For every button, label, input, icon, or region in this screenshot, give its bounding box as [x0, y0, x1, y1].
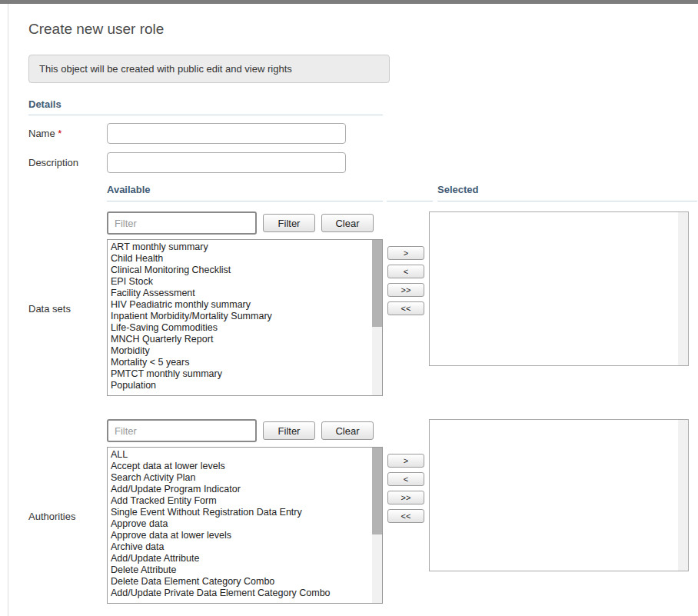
list-item[interactable]: Inpatient Morbidity/Mortality Summary	[111, 311, 371, 322]
list-item[interactable]: Delete Data Element Category Combo	[111, 576, 371, 588]
scrollbar-thumb[interactable]	[372, 240, 382, 327]
authorities-available-list[interactable]: ALLAccept data at lower levelsSearch Act…	[107, 447, 383, 604]
required-asterisk: *	[58, 128, 61, 139]
list-item[interactable]: Single Event Without Registration Data E…	[111, 507, 371, 518]
datasets-available-column: Filter Clear ART monthly summaryChild He…	[107, 211, 383, 396]
move-all-left-button[interactable]: <<	[387, 509, 424, 523]
move-right-button[interactable]: >	[387, 454, 424, 468]
list-item[interactable]: Facility Assessment	[111, 288, 371, 299]
name-label: Name *	[28, 128, 107, 139]
datasets-selected-column	[429, 211, 689, 396]
datasets-filter-button[interactable]: Filter	[263, 214, 315, 232]
move-all-left-button[interactable]: <<	[387, 301, 424, 315]
move-all-right-button[interactable]: >>	[387, 491, 424, 504]
list-item[interactable]: PMTCT monthly summary	[111, 368, 371, 380]
datasets-clear-button[interactable]: Clear	[321, 214, 374, 232]
list-item[interactable]: Clinical Monitoring Checklist	[111, 265, 371, 276]
datasets-available-list[interactable]: ART monthly summaryChild HealthClinical …	[107, 239, 383, 396]
list-item[interactable]: Approve data at lower levels	[111, 530, 371, 541]
authorities-filter-input[interactable]	[107, 419, 257, 442]
available-column-header: Available	[107, 184, 383, 201]
move-left-button[interactable]: <	[387, 265, 424, 278]
datasets-filter-input[interactable]	[107, 211, 257, 235]
list-item[interactable]: Life-Saving Commodities	[111, 322, 371, 334]
page-title: Create new user role	[28, 21, 698, 38]
list-item[interactable]: Accept data at lower levels	[111, 461, 371, 472]
datasets-label: Data sets	[28, 211, 107, 396]
move-left-button[interactable]: <	[387, 472, 424, 486]
datasets-row: Data sets Filter Clear ART monthly summa…	[28, 211, 698, 396]
details-section-header: Details	[28, 98, 383, 115]
create-user-role-page: Create new user role This object will be…	[8, 4, 698, 616]
list-item[interactable]: Delete Attribute	[111, 564, 371, 576]
list-item[interactable]: MNCH Quarterly Report	[111, 334, 371, 345]
authorities-selected-list[interactable]	[429, 419, 689, 571]
authorities-filter-button[interactable]: Filter	[263, 421, 315, 440]
description-row: Description	[28, 152, 698, 173]
authorities-row: Authorities Filter Clear ALLAccept data …	[28, 419, 698, 604]
description-label: Description	[28, 157, 107, 168]
columns-header-row: Available Selected	[28, 184, 698, 201]
datasets-filter-bar: Filter Clear	[107, 211, 383, 235]
scrollbar-track[interactable]	[372, 240, 382, 395]
list-item[interactable]: Add/Update Program Indicator	[111, 484, 371, 495]
datasets-transfer-buttons: > < >> <<	[383, 211, 429, 396]
name-input[interactable]	[107, 123, 346, 144]
list-item[interactable]: Archive data	[111, 541, 371, 553]
authorities-label: Authorities	[28, 419, 107, 604]
description-input[interactable]	[107, 152, 346, 173]
list-item[interactable]: Add/Update Attribute	[111, 553, 371, 564]
authorities-transfer-buttons: > < >> <<	[383, 419, 429, 604]
list-item[interactable]: Child Health	[111, 253, 371, 265]
list-item[interactable]: Mortality < 5 years	[111, 357, 371, 368]
list-item[interactable]: Add Tracked Entity Form	[111, 495, 371, 507]
scrollbar-thumb[interactable]	[372, 448, 382, 534]
scrollbar-track[interactable]	[678, 420, 688, 571]
move-all-right-button[interactable]: >>	[387, 283, 424, 297]
selected-column-header: Selected	[437, 184, 697, 201]
authorities-clear-button[interactable]: Clear	[321, 421, 374, 440]
list-item[interactable]: Search Activity Plan	[111, 472, 371, 484]
authorities-filter-bar: Filter Clear	[107, 419, 383, 442]
scrollbar-track[interactable]	[678, 212, 688, 365]
authorities-selected-column	[429, 419, 689, 604]
list-item[interactable]: ALL	[111, 449, 371, 461]
scrollbar-track[interactable]	[372, 448, 382, 603]
list-item[interactable]: ART monthly summary	[111, 241, 371, 253]
name-row: Name *	[28, 123, 698, 144]
public-rights-notice: This object will be created with public …	[28, 55, 390, 83]
list-item[interactable]: Add/Update Private Data Element Category…	[111, 588, 371, 599]
list-item[interactable]: EPI Stock	[111, 276, 371, 288]
list-item[interactable]: Approve data	[111, 518, 371, 530]
list-item[interactable]: Morbidity	[111, 345, 371, 357]
header-underline-gap	[387, 184, 433, 201]
list-item[interactable]: Population	[111, 380, 371, 391]
datasets-selected-list[interactable]	[429, 211, 689, 366]
move-right-button[interactable]: >	[387, 246, 424, 260]
authorities-available-column: Filter Clear ALLAccept data at lower lev…	[107, 419, 383, 604]
list-item[interactable]: HIV Peadiatric monthly summary	[111, 299, 371, 311]
